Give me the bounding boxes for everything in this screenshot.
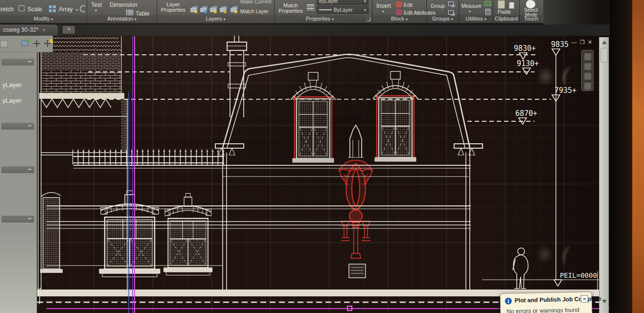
notification-title: Plot and Publish Job Complete [515, 295, 601, 304]
measure-button[interactable]: Measure [461, 3, 482, 9]
info-icon [505, 297, 512, 304]
collapse-icon[interactable]: − [28, 122, 31, 129]
array-caret-icon[interactable]: ▾ [76, 8, 78, 12]
quick-select-icon[interactable] [22, 40, 28, 46]
svg-text:9835: 9835 [551, 40, 569, 49]
edit-block-button[interactable]: Edit [404, 2, 413, 8]
panel-label-block[interactable]: Block ▾ [372, 15, 426, 22]
layer-lock-icon[interactable] [220, 8, 226, 12]
panel-label-annotation[interactable]: Annotation ▾ [87, 15, 157, 22]
panel-label-utilities[interactable]: Utilities ▾ [459, 15, 493, 22]
ribbon-panel-modify: tretch Scale Array ▾ Modify ▾ [0, 0, 87, 22]
array-button[interactable]: Array [59, 6, 73, 13]
orbit-icon[interactable] [584, 73, 591, 80]
object-type-dropdown[interactable] [0, 40, 8, 47]
linetype-dropdown[interactable]: ByLayer ▾ [317, 6, 368, 14]
plot-notification-bubble: Plot and Publish Job Complete ✕ No error… [500, 291, 592, 313]
ribbon-panel-utilities: Measure ▾ Utilities ▾ [459, 0, 493, 22]
svg-text:9830+: 9830+ [514, 44, 536, 53]
insert-button[interactable]: Insert [376, 2, 391, 9]
measure-caret-icon[interactable]: ▾ [469, 9, 471, 14]
palette-section-geometry[interactable]: − [1, 166, 34, 173]
restore-icon[interactable]: ❐ [580, 39, 588, 45]
scrollbar-thumb[interactable] [600, 48, 608, 63]
edit-attributes-icon [396, 9, 402, 15]
match-layer-button[interactable]: Match Layer [240, 8, 269, 14]
properties-palette-header [0, 36, 53, 52]
insert-caret-icon[interactable]: ▾ [382, 9, 384, 14]
lasso-icon[interactable] [80, 5, 85, 12]
stretch-button[interactable]: tretch [0, 6, 14, 13]
collapse-icon[interactable]: − [28, 58, 31, 65]
array-icon [49, 5, 52, 8]
tab-close-icon[interactable]: ✕ [42, 28, 46, 33]
ribbon-panel-clipboard: Paste Clipboard [493, 0, 520, 22]
facade-ornament-red[interactable] [339, 125, 372, 258]
scroll-up-icon[interactable] [602, 41, 607, 44]
human-figure [513, 248, 528, 289]
layer-isolate-icon[interactable] [210, 8, 216, 12]
ribbon-panel-annotation: Text ▾ Dimension Table Annotation ▾ [87, 0, 157, 22]
color-caret-icon: ▾ [364, 0, 366, 3]
layer-freeze-icon[interactable] [200, 8, 207, 12]
match-properties-button[interactable]: Match Properties [276, 3, 306, 14]
ribbon-panel-layers: Layer Properties Make Current Match Laye… [157, 0, 275, 22]
scroll-down-icon[interactable] [602, 300, 607, 303]
vertical-scrollbar[interactable] [599, 37, 609, 313]
panel-label-groups[interactable]: Groups ▾ [427, 15, 459, 22]
palette-section-general[interactable]: − [1, 59, 34, 66]
palette-value-bylayer-2[interactable]: yLayer [2, 97, 22, 104]
zoom-icon[interactable] [584, 63, 591, 70]
panel-label-layers[interactable]: Layers ▾ [157, 15, 274, 22]
dimension-button[interactable]: Dimension [110, 1, 138, 8]
minimize-icon[interactable]: — [572, 39, 580, 45]
palette-section-3d[interactable]: − [1, 123, 34, 130]
palette-section-misc[interactable]: − [1, 216, 34, 223]
ribbon-panel-groups: Group Groups ▾ [427, 0, 459, 22]
drawing-window-controls: —❐✕ [572, 39, 595, 45]
elevation-drawing: Y 9830+ 9835 9130+ [0, 36, 610, 313]
ungroup-icon[interactable] [448, 10, 454, 15]
navigation-bar[interactable] [581, 50, 594, 91]
svg-text:Y: Y [37, 286, 42, 294]
text-button[interactable]: Text [91, 1, 102, 8]
group-icon[interactable] [448, 1, 454, 6]
scale-icon [19, 5, 24, 11]
chimney [227, 36, 247, 117]
drawing-tab[interactable]: csweg 30-32*✕ [0, 24, 58, 36]
palette-value-bylayer-1[interactable]: yLayer [2, 81, 22, 89]
panel-launcher-icon[interactable] [367, 18, 370, 21]
collapse-icon[interactable]: − [28, 166, 31, 173]
new-tab-button[interactable]: + [63, 26, 75, 34]
scale-button[interactable]: Scale [27, 6, 42, 13]
quick-select-icon[interactable] [484, 1, 491, 6]
panel-label-touch: Touch [520, 15, 542, 22]
steering-wheel-icon[interactable] [584, 83, 591, 89]
paste-icon[interactable] [498, 0, 505, 9]
panel-label-modify[interactable]: Modify ▾ [0, 15, 87, 22]
make-current-button[interactable]: Make Current [240, 0, 272, 4]
autocad-screen: tretch Scale Array ▾ Modify ▾ Text ▾ Dim… [0, 0, 644, 313]
text-caret-icon[interactable]: ▾ [95, 8, 97, 13]
ribbon-panel-properties: Match Properties ByLayer ▾ ByLayer ▾ Pro… [275, 0, 372, 22]
select-objects-icon[interactable] [33, 40, 40, 47]
panel-label-clipboard: Clipboard [493, 15, 519, 22]
paste-button[interactable]: Paste [498, 9, 511, 15]
pan-icon[interactable] [584, 53, 591, 60]
calculator-icon[interactable] [485, 9, 490, 15]
object-color-dropdown[interactable]: ByLayer ▾ [317, 0, 368, 5]
collapse-icon[interactable]: − [28, 215, 31, 222]
close-icon[interactable]: ✕ [588, 39, 595, 45]
ribbon-panel-touch: Select Mode Touch [520, 0, 542, 22]
panel-label-properties[interactable]: Properties ▾ [275, 15, 365, 22]
drawing-tab-bar: csweg 30-32*✕ + [0, 24, 610, 36]
notification-close-button[interactable]: ✕ [581, 295, 588, 302]
copy-icon[interactable] [509, 2, 514, 9]
pickadd-toggle-icon[interactable] [44, 40, 51, 47]
facade-plaque [349, 264, 366, 278]
layer-on-icon[interactable] [190, 8, 197, 12]
svg-text:9130+: 9130+ [517, 59, 539, 68]
layer-properties-button[interactable]: Layer Properties [159, 2, 188, 13]
group-button[interactable]: Group [431, 3, 445, 9]
match-layer-icon[interactable] [230, 8, 237, 12]
